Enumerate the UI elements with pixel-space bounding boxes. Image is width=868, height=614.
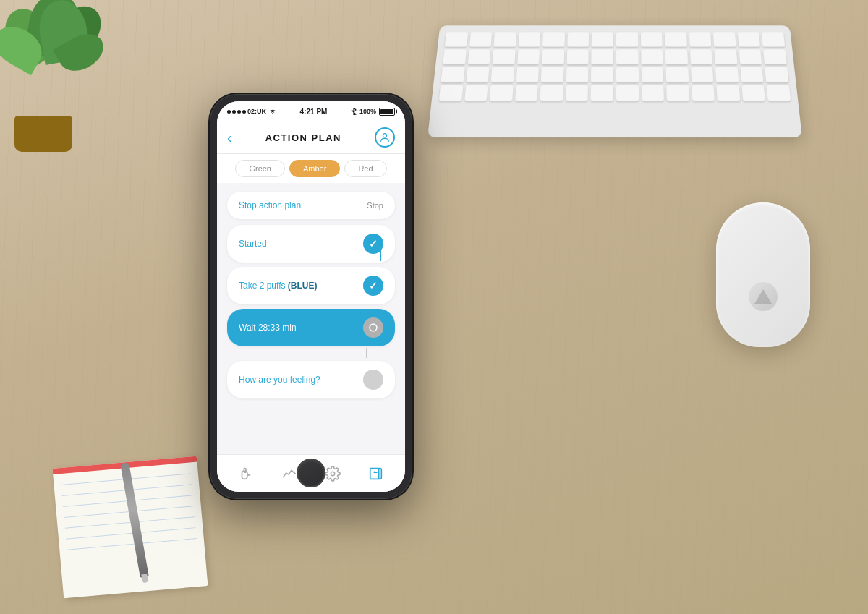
step-label-started: Started — [239, 239, 267, 249]
settings-icon — [325, 466, 341, 482]
tabs-container: Green Amber Red — [217, 154, 405, 183]
status-bar: 02:UK 4:21 PM 100% — [217, 101, 405, 121]
keyboard-decoration — [427, 25, 802, 137]
chart-nav-icon — [281, 465, 298, 482]
in-progress-icon — [368, 323, 378, 333]
nav-item-inhaler[interactable] — [231, 462, 260, 485]
home-button[interactable] — [297, 459, 326, 487]
step-item-wait: Wait 28:33 min — [227, 309, 395, 346]
step-indicator-feeling — [363, 370, 383, 390]
signal-dot — [242, 110, 246, 114]
svg-point-5 — [331, 472, 335, 476]
inhaler-nav-icon — [237, 465, 255, 482]
step-card-feeling: How are you feeling? — [227, 361, 395, 398]
battery-percent: 100% — [359, 108, 376, 115]
svg-point-9 — [374, 470, 375, 471]
connector-2 — [380, 250, 381, 261]
carrier-label: 02:UK — [247, 108, 266, 115]
chart-icon — [281, 466, 297, 482]
step-card-wait: Wait 28:33 min — [227, 309, 395, 346]
action-content: Stop action plan Stop Started ✓ — [217, 183, 405, 454]
nav-item-book[interactable] — [362, 462, 391, 485]
signal-dot — [232, 110, 236, 114]
user-icon — [379, 132, 391, 143]
stop-action-row: Stop action plan Stop — [227, 192, 395, 219]
mouse-decoration — [716, 202, 810, 347]
step-indicator-wait — [363, 317, 383, 338]
step-item-started: Started ✓ — [227, 225, 395, 263]
status-right: 100% — [351, 107, 395, 116]
plant-decoration — [0, 0, 130, 152]
carrier-info: 02:UK — [227, 108, 276, 115]
user-profile-button[interactable] — [375, 127, 395, 148]
tab-amber[interactable]: Amber — [289, 160, 340, 177]
step-card-started: Started ✓ — [227, 225, 395, 263]
settings-nav-icon — [324, 465, 341, 482]
book-nav-icon — [367, 465, 385, 482]
step-item-puffs: Take 2 puffs (BLUE) ✓ — [227, 267, 395, 304]
svg-rect-3 — [244, 468, 246, 472]
step-item-feeling: How are you feeling? — [227, 361, 395, 398]
stop-action-label: Stop action plan — [239, 200, 301, 210]
battery-icon — [379, 108, 395, 116]
check-icon-started: ✓ — [369, 238, 378, 250]
status-time: 4:21 PM — [300, 108, 328, 116]
steps-list: Started ✓ Take 2 puffs (BLUE) — [227, 225, 395, 398]
svg-rect-6 — [370, 468, 379, 479]
book-icon — [368, 466, 384, 482]
svg-point-8 — [374, 472, 375, 472]
step-indicator-puffs: ✓ — [363, 276, 383, 296]
back-button[interactable]: ‹ — [227, 129, 232, 146]
tab-green[interactable]: Green — [235, 160, 285, 177]
signal-dot — [227, 110, 231, 114]
stop-button[interactable]: Stop — [367, 201, 383, 210]
svg-point-0 — [383, 134, 386, 137]
phone-frame: 02:UK 4:21 PM 100% — [210, 94, 412, 499]
check-icon-puffs: ✓ — [369, 280, 378, 291]
step-card-puffs: Take 2 puffs (BLUE) ✓ — [227, 267, 395, 304]
bluetooth-icon — [351, 107, 357, 116]
step-label-puffs: Take 2 puffs (BLUE) — [239, 281, 318, 291]
step-label-wait: Wait 28:33 min — [239, 323, 297, 333]
tab-red[interactable]: Red — [344, 160, 386, 177]
signal-dot — [237, 110, 241, 114]
inhaler-icon — [238, 466, 254, 482]
app-header: ‹ ACTION PLAN — [217, 121, 405, 154]
connector-3 — [366, 348, 367, 358]
step-label-feeling: How are you feeling? — [239, 375, 320, 385]
svg-point-1 — [370, 324, 377, 331]
wifi-icon — [269, 108, 276, 114]
phone-screen: 02:UK 4:21 PM 100% — [217, 101, 405, 492]
puffs-color: BLUE — [291, 281, 315, 291]
page-title: ACTION PLAN — [265, 132, 341, 143]
